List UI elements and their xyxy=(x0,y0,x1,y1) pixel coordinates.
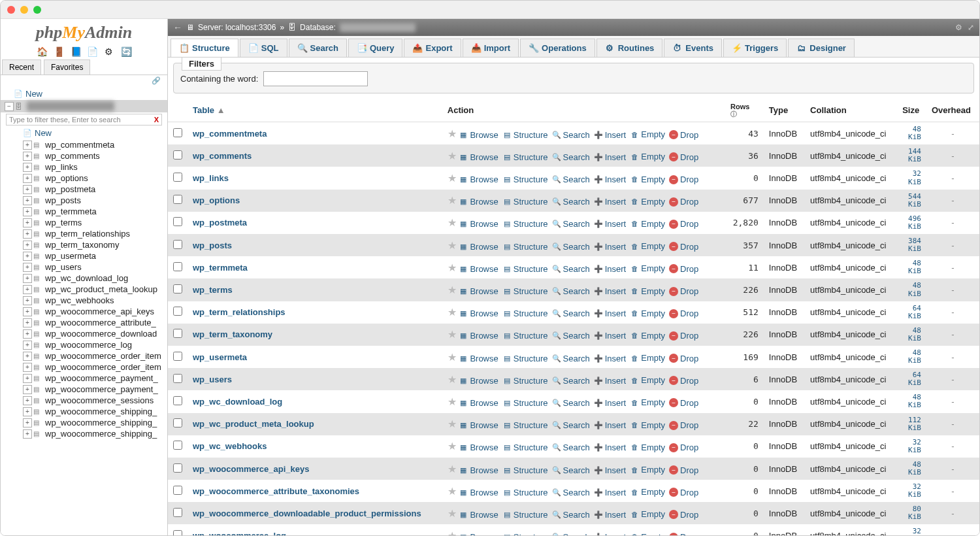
table-name-link[interactable]: wp_term_taxonomy xyxy=(193,329,272,339)
insert-action[interactable]: ➕Insert xyxy=(594,219,627,229)
search-action[interactable]: 🔍Search xyxy=(552,354,590,363)
tab-events[interactable]: ⏱Events xyxy=(664,39,722,57)
expand-table-icon[interactable]: + xyxy=(23,307,32,316)
tree-table-item[interactable]: +▤wp_woocommerce_payment_ xyxy=(19,373,167,384)
favorite-star-icon[interactable]: ★ xyxy=(448,262,457,273)
browse-action[interactable]: ▦Browse xyxy=(459,331,498,341)
row-checkbox[interactable] xyxy=(173,374,182,383)
insert-action[interactable]: ➕Insert xyxy=(594,532,627,535)
structure-action[interactable]: ▤Structure xyxy=(502,532,548,535)
insert-action[interactable]: ➕Insert xyxy=(594,130,627,140)
expand-table-icon[interactable]: + xyxy=(23,363,32,372)
close-window-icon[interactable] xyxy=(7,6,15,14)
expand-table-icon[interactable]: + xyxy=(23,241,32,250)
browse-action[interactable]: ▦Browse xyxy=(459,376,498,386)
favorite-star-icon[interactable]: ★ xyxy=(448,329,457,340)
expand-table-icon[interactable]: + xyxy=(23,352,32,361)
tree-new-db[interactable]: 📄New xyxy=(1,88,167,100)
tree-table-item[interactable]: +▤wp_woocommerce_log xyxy=(19,339,167,350)
structure-action[interactable]: ▤Structure xyxy=(502,242,548,252)
expand-table-icon[interactable]: + xyxy=(23,296,32,305)
drop-action[interactable]: −Drop xyxy=(669,309,698,318)
favorites-tab[interactable]: Favorites xyxy=(44,59,90,75)
search-action[interactable]: 🔍Search xyxy=(552,264,590,274)
expand-table-icon[interactable]: + xyxy=(23,152,32,161)
table-name-link[interactable]: wp_options xyxy=(193,195,240,205)
browse-action[interactable]: ▦Browse xyxy=(459,443,498,452)
collapse-icon[interactable]: 🔗 xyxy=(1,75,167,86)
browse-action[interactable]: ▦Browse xyxy=(459,510,498,520)
insert-action[interactable]: ➕Insert xyxy=(594,465,627,475)
empty-action[interactable]: 🗑Empty xyxy=(630,443,665,452)
structure-action[interactable]: ▤Structure xyxy=(502,465,548,475)
table-name-link[interactable]: wp_posts xyxy=(193,241,232,250)
structure-action[interactable]: ▤Structure xyxy=(502,443,548,452)
filter-word-input[interactable] xyxy=(263,71,368,86)
table-name-link[interactable]: wp_term_relationships xyxy=(193,307,286,317)
drop-action[interactable]: −Drop xyxy=(669,354,698,363)
tree-table-item[interactable]: +▤wp_wc_download_log xyxy=(19,273,167,284)
empty-action[interactable]: 🗑Empty xyxy=(630,129,665,139)
table-name-link[interactable]: wp_woocommerce_log xyxy=(193,531,286,535)
drop-action[interactable]: −Drop xyxy=(669,130,698,140)
empty-action[interactable]: 🗑Empty xyxy=(630,331,665,341)
drop-action[interactable]: −Drop xyxy=(669,510,698,520)
expand-table-icon[interactable]: + xyxy=(23,218,32,227)
browse-action[interactable]: ▦Browse xyxy=(459,532,498,535)
tab-operations[interactable]: 🔧Operations xyxy=(520,39,595,57)
search-action[interactable]: 🔍Search xyxy=(552,242,590,252)
search-action[interactable]: 🔍Search xyxy=(552,488,590,497)
tree-table-item[interactable]: +▤wp_woocommerce_order_item xyxy=(19,350,167,361)
tab-routines[interactable]: ⚙Routines xyxy=(596,39,663,57)
table-name-link[interactable]: wp_termmeta xyxy=(193,263,248,273)
expand-table-icon[interactable]: + xyxy=(23,274,32,283)
table-name-link[interactable]: wp_comments xyxy=(193,151,252,161)
collapse-db-icon[interactable]: − xyxy=(5,102,14,111)
tab-export[interactable]: 📤Export xyxy=(404,39,461,57)
expand-table-icon[interactable]: + xyxy=(23,141,32,150)
empty-action[interactable]: 🗑Empty xyxy=(630,175,665,184)
tree-table-item[interactable]: +▤wp_woocommerce_download xyxy=(19,328,167,339)
empty-action[interactable]: 🗑Empty xyxy=(630,397,665,407)
row-checkbox[interactable] xyxy=(173,128,182,137)
tree-table-item[interactable]: +▤wp_commentmeta xyxy=(19,139,167,150)
table-name-link[interactable]: wp_commentmeta xyxy=(193,129,267,139)
structure-action[interactable]: ▤Structure xyxy=(502,152,548,162)
row-checkbox[interactable] xyxy=(173,486,182,495)
row-checkbox[interactable] xyxy=(173,195,182,204)
table-name-link[interactable]: wp_wc_product_meta_lookup xyxy=(193,419,314,429)
row-checkbox[interactable] xyxy=(173,530,182,535)
expand-table-icon[interactable]: + xyxy=(23,163,32,172)
insert-action[interactable]: ➕Insert xyxy=(594,510,627,520)
tree-table-item[interactable]: +▤wp_woocommerce_sessions xyxy=(19,395,167,406)
search-action[interactable]: 🔍Search xyxy=(552,309,590,318)
structure-action[interactable]: ▤Structure xyxy=(502,376,548,386)
insert-action[interactable]: ➕Insert xyxy=(594,488,627,497)
tab-designer[interactable]: 🗂Designer xyxy=(788,39,855,57)
browse-action[interactable]: ▦Browse xyxy=(459,130,498,140)
browse-action[interactable]: ▦Browse xyxy=(459,420,498,430)
expand-table-icon[interactable]: + xyxy=(23,329,32,339)
search-action[interactable]: 🔍Search xyxy=(552,130,590,140)
browse-action[interactable]: ▦Browse xyxy=(459,354,498,363)
breadcrumb-server[interactable]: Server: localhost:3306 xyxy=(198,23,276,32)
drop-action[interactable]: −Drop xyxy=(669,219,698,229)
table-name-link[interactable]: wp_woocommerce_downloadable_product_perm… xyxy=(193,509,421,518)
table-name-link[interactable]: wp_woocommerce_api_keys xyxy=(193,464,309,474)
expand-table-icon[interactable]: + xyxy=(23,374,32,383)
col-rows[interactable]: Rowsⓘ xyxy=(725,99,764,122)
tree-table-item[interactable]: +▤wp_woocommerce_shipping_ xyxy=(19,428,167,439)
tree-table-item[interactable]: +▤wp_woocommerce_payment_ xyxy=(19,384,167,395)
browse-action[interactable]: ▦Browse xyxy=(459,465,498,475)
drop-action[interactable]: −Drop xyxy=(669,264,698,274)
expand-table-icon[interactable]: + xyxy=(23,418,32,427)
browse-action[interactable]: ▦Browse xyxy=(459,309,498,318)
collapse-panel-icon[interactable]: ⤢ xyxy=(968,23,974,32)
table-name-link[interactable]: wp_woocommerce_attribute_taxonomies xyxy=(193,486,359,496)
tree-filter-input[interactable]: Type to filter these, Enter to searchX xyxy=(6,114,162,126)
tree-table-item[interactable]: +▤wp_posts xyxy=(19,195,167,206)
favorite-star-icon[interactable]: ★ xyxy=(448,284,457,295)
insert-action[interactable]: ➕Insert xyxy=(594,331,627,341)
expand-table-icon[interactable]: + xyxy=(23,252,32,261)
drop-action[interactable]: −Drop xyxy=(669,242,698,252)
